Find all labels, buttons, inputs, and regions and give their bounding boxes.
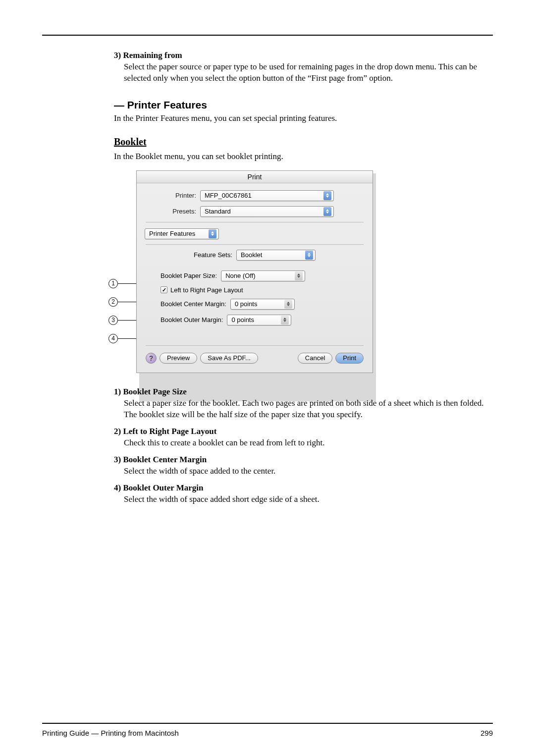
section-title: — Printer Features [114,99,493,111]
print-button[interactable]: Print [335,353,364,364]
printer-select[interactable]: MFP_00C67861 [200,190,334,201]
pane-row: Printer Features [145,228,364,239]
feature-sets-label: Feature Sets: [194,251,236,259]
item-num: 3) [114,455,121,464]
callout-4: 4 [108,334,118,343]
presets-row: Presets: Standard [146,206,364,217]
item-num: 3) [114,51,121,60]
item-title: Left to Right Page Layout [123,427,216,436]
callout-1: 1 [108,279,118,288]
help-button[interactable]: ? [146,353,157,364]
subsection-desc: In the Booklet menu, you can set booklet… [114,152,493,162]
item-2-heading: 2) Left to Right Page Layout [114,427,493,436]
top-rule [42,35,493,36]
dropdown-icon [284,300,292,309]
paper-size-value: None (Off) [225,272,292,279]
left-right-row: ✓ Left to Right Page Layout [160,286,364,294]
presets-value: Standard [205,208,321,215]
dropdown-icon [209,229,216,238]
print-dialog: Print Printer: MFP_00C67861 Presets: Sta… [136,170,373,373]
printer-row: Printer: MFP_00C67861 [146,190,364,201]
printer-value: MFP_00C67861 [205,192,321,199]
center-margin-row: Booklet Center Margin: 0 points [160,299,364,310]
item-title: Remaining from [123,51,182,60]
feature-sets-value: Booklet [241,251,302,259]
pane-select[interactable]: Printer Features [145,228,219,239]
presets-select[interactable]: Standard [200,206,334,217]
dropdown-icon [295,271,303,280]
paper-size-label: Booklet Paper Size: [160,272,221,279]
footer-left: Printing Guide — Printing from Macintosh [42,729,179,737]
item-3-heading: 3) Booklet Center Margin [114,455,493,465]
printer-label: Printer: [146,192,200,199]
preview-button[interactable]: Preview [160,353,197,364]
section-desc: In the Printer Features menu, you can se… [114,113,493,124]
dialog-inner: Feature Sets: Booklet Booklet Paper Size… [146,244,364,346]
outer-margin-row: Booklet Outer Margin: 0 points [160,315,364,325]
item-4-heading: 4) Booklet Outer Margin [114,483,493,493]
bottom-rule [42,723,493,724]
pane-value: Printer Features [149,230,206,237]
feature-sets-row: Feature Sets: Booklet [146,250,364,261]
dialog-title: Print [137,171,373,183]
separator [146,222,364,222]
item-num: 1) [114,387,121,396]
outer-margin-select[interactable]: 0 points [227,315,291,325]
subsection-title: Booklet [114,136,493,148]
dialog-footer: ? Preview Save As PDF... Cancel Print [146,346,364,364]
item-3-desc: Select the width of space added to the c… [124,466,493,477]
outer-margin-value: 0 points [231,316,278,324]
center-margin-value: 0 points [235,300,281,308]
outer-margin-label: Booklet Outer Margin: [160,316,227,324]
center-margin-select[interactable]: 0 points [230,299,295,310]
remaining-from-heading: 3) Remaining from [114,51,493,60]
dropdown-icon [323,207,331,216]
item-4-desc: Select the width of space added short ed… [124,494,493,505]
feature-sets-select[interactable]: Booklet [236,250,316,261]
center-margin-label: Booklet Center Margin: [160,300,230,308]
dialog-container: 1 2 3 4 Print Printer: [136,170,493,373]
dropdown-icon [323,191,331,200]
item-num: 2) [114,427,121,436]
dialog-body: Printer: MFP_00C67861 Presets: Standard [137,183,373,373]
item-num: 4) [114,483,121,492]
callout-2: 2 [108,297,118,307]
remaining-from-desc: Select the paper source or paper type to… [124,61,493,84]
content-area: 3) Remaining from Select the paper sourc… [114,51,493,505]
presets-label: Presets: [146,208,200,215]
paper-size-row: Booklet Paper Size: None (Off) [160,270,364,281]
save-as-pdf-button[interactable]: Save As PDF... [200,353,258,364]
page-footer: Printing Guide — Printing from Macintosh… [42,729,493,737]
left-right-label: Left to Right Page Layout [170,286,243,294]
dropdown-icon [281,316,289,324]
paper-size-select[interactable]: None (Off) [221,270,305,281]
cancel-button[interactable]: Cancel [298,353,332,364]
item-title: Booklet Center Margin [123,455,207,464]
footer-page-number: 299 [481,729,493,737]
dropdown-icon [305,251,313,260]
left-right-checkbox[interactable]: ✓ [160,286,167,293]
callout-3: 3 [108,316,118,325]
item-2-desc: Check this to create a booklet can be re… [124,437,493,449]
item-title: Booklet Outer Margin [123,483,203,492]
